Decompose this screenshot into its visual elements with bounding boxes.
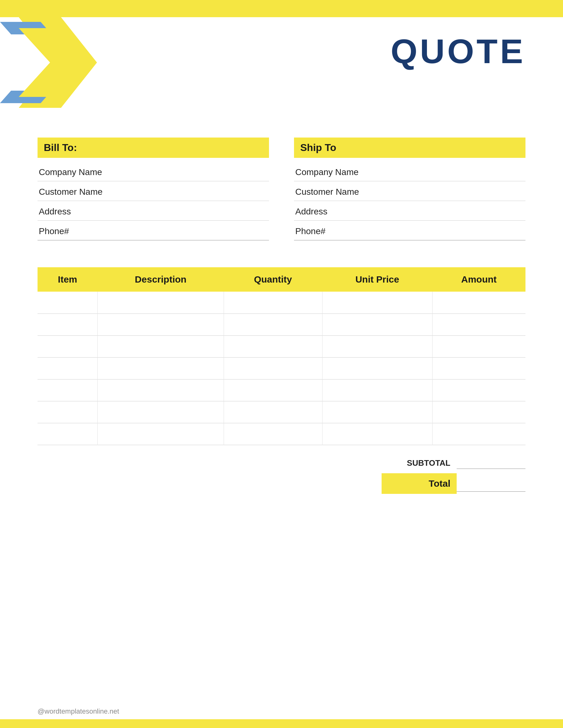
bill-to-address: Address xyxy=(38,203,269,221)
decorative-shapes xyxy=(0,0,131,131)
subtotal-value xyxy=(457,458,525,469)
address-section: Bill To: Company Name Customer Name Addr… xyxy=(38,138,525,242)
footer-copyright: @wordtemplatesonline.net xyxy=(38,707,119,715)
table-row xyxy=(38,401,525,423)
table-row xyxy=(38,423,525,445)
bill-to-customer: Customer Name xyxy=(38,183,269,201)
table-cell xyxy=(432,357,525,379)
table-cell xyxy=(38,335,98,357)
bottom-bar xyxy=(0,719,563,728)
col-description: Description xyxy=(98,267,224,292)
table-cell xyxy=(98,314,224,335)
total-value xyxy=(457,475,525,492)
table-cell xyxy=(322,292,432,314)
ship-to-heading: Ship To xyxy=(294,138,525,158)
ship-to-company: Company Name xyxy=(294,163,525,181)
table-cell xyxy=(38,357,98,379)
table-cell xyxy=(38,379,98,401)
table-cell xyxy=(432,423,525,445)
subtotal-row: SUBTOTAL xyxy=(382,458,525,469)
table-cell xyxy=(98,401,224,423)
table-cell xyxy=(432,401,525,423)
ship-to-block: Ship To Company Name Customer Name Addre… xyxy=(294,138,525,242)
subtotal-label: SUBTOTAL xyxy=(382,458,457,468)
table-cell xyxy=(322,357,432,379)
table-cell xyxy=(432,379,525,401)
bill-to-block: Bill To: Company Name Customer Name Addr… xyxy=(38,138,269,242)
main-content: Bill To: Company Name Customer Name Addr… xyxy=(38,138,525,494)
col-quantity: Quantity xyxy=(224,267,322,292)
table-cell xyxy=(322,423,432,445)
table-header-row: Item Description Quantity Unit Price Amo… xyxy=(38,267,525,292)
table-row xyxy=(38,379,525,401)
table-row xyxy=(38,335,525,357)
bill-to-phone: Phone# xyxy=(38,223,269,240)
footer: @wordtemplatesonline.net xyxy=(38,707,119,715)
ship-to-address: Address xyxy=(294,203,525,221)
col-item: Item xyxy=(38,267,98,292)
table-row xyxy=(38,314,525,335)
table-cell xyxy=(432,314,525,335)
table-cell xyxy=(98,292,224,314)
table-cell xyxy=(224,357,322,379)
svg-rect-0 xyxy=(0,0,131,17)
table-cell xyxy=(322,314,432,335)
quote-table: Item Description Quantity Unit Price Amo… xyxy=(38,267,525,445)
total-label: Total xyxy=(382,473,457,494)
table-cell xyxy=(432,292,525,314)
ship-to-customer: Customer Name xyxy=(294,183,525,201)
col-amount: Amount xyxy=(432,267,525,292)
table-cell xyxy=(224,401,322,423)
table-cell xyxy=(98,379,224,401)
table-cell xyxy=(432,335,525,357)
bill-to-heading: Bill To: xyxy=(38,138,269,158)
table-cell xyxy=(38,401,98,423)
table-cell xyxy=(322,401,432,423)
page-title: QUOTE xyxy=(391,31,525,71)
table-cell xyxy=(98,357,224,379)
bill-to-company: Company Name xyxy=(38,163,269,181)
table-cell xyxy=(224,423,322,445)
table-cell xyxy=(98,423,224,445)
ship-to-phone: Phone# xyxy=(294,223,525,240)
table-cell xyxy=(38,292,98,314)
totals-section: SUBTOTAL Total xyxy=(38,458,525,494)
table-row xyxy=(38,357,525,379)
table-cell xyxy=(98,335,224,357)
total-row: Total xyxy=(382,473,525,494)
table-row xyxy=(38,292,525,314)
table-cell xyxy=(224,314,322,335)
table-cell xyxy=(224,335,322,357)
table-cell xyxy=(224,292,322,314)
table-cell xyxy=(38,314,98,335)
table-cell xyxy=(322,335,432,357)
col-unit-price: Unit Price xyxy=(322,267,432,292)
table-cell xyxy=(224,379,322,401)
table-cell xyxy=(322,379,432,401)
table-cell xyxy=(38,423,98,445)
